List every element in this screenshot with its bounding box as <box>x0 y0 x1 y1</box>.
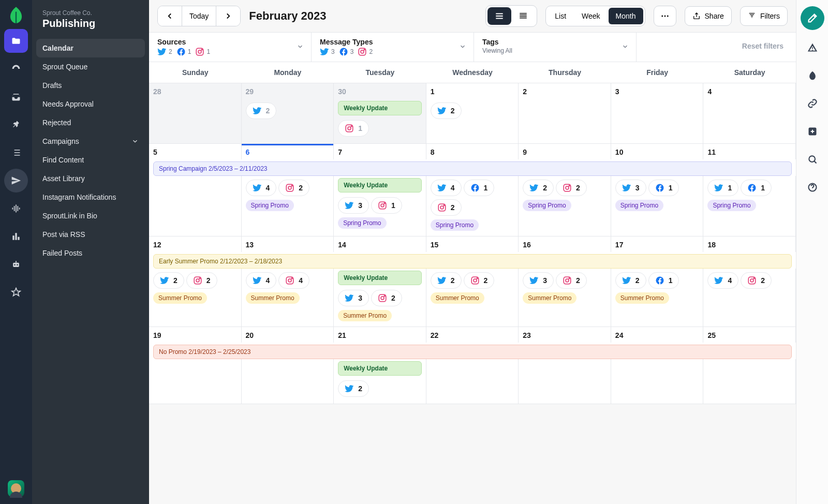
calendar-cell-body[interactable] <box>703 359 796 404</box>
post-count-pill[interactable]: 2 <box>556 272 587 289</box>
user-avatar[interactable] <box>8 480 24 497</box>
calendar-cell[interactable]: 2 <box>519 83 611 99</box>
calendar-cell[interactable]: 29 <box>242 83 334 99</box>
post-count-pill[interactable]: 2 <box>371 290 402 306</box>
calendar-cell-body[interactable]: Weekly Update32Summer Promo <box>334 269 426 327</box>
post-count-pill[interactable]: 4 <box>431 180 462 196</box>
rail-dashboard-icon[interactable] <box>4 57 28 81</box>
add-icon[interactable] <box>802 121 823 142</box>
calendar-cell[interactable]: 5 <box>149 144 242 159</box>
compose-button[interactable] <box>801 6 824 30</box>
today-button[interactable]: Today <box>182 6 216 26</box>
calendar-cell-body[interactable] <box>149 176 242 236</box>
calendar-cell[interactable]: 19 <box>149 327 242 343</box>
calendar-cell[interactable]: 15 <box>426 236 519 252</box>
reset-filters-button[interactable]: Reset filters <box>730 33 796 62</box>
promo-tag[interactable]: Spring Promo <box>523 200 571 211</box>
calendar-cell[interactable]: 6 <box>242 144 334 159</box>
calendar-cell[interactable]: 16 <box>519 236 611 252</box>
filter-tags[interactable]: Tags Viewing All <box>474 33 637 62</box>
sidebar-item-post-via-rss[interactable]: Post via RSS <box>36 225 145 244</box>
weekly-update-chip[interactable]: Weekly Update <box>338 271 422 285</box>
calendar-cell[interactable]: 25 <box>703 327 796 343</box>
calendar-cell-body[interactable] <box>703 99 796 144</box>
view-week-button[interactable]: Week <box>574 8 608 24</box>
calendar-cell-body[interactable] <box>426 359 519 404</box>
leaf-icon[interactable] <box>802 65 823 86</box>
calendar-cell[interactable]: 14 <box>334 236 426 252</box>
calendar-cell-body[interactable]: 22Spring Promo <box>519 176 611 236</box>
rail-bot-icon[interactable] <box>4 253 28 276</box>
calendar-cell[interactable]: 10 <box>611 144 704 159</box>
promo-tag[interactable]: Summer Promo <box>338 310 392 321</box>
post-count-pill[interactable]: 1 <box>464 180 495 196</box>
post-count-pill[interactable]: 2 <box>556 180 587 196</box>
sidebar-item-calendar[interactable]: Calendar <box>36 39 145 57</box>
calendar-cell[interactable]: 11 <box>703 144 796 159</box>
calendar-cell[interactable]: 20 <box>242 327 334 343</box>
sidebar-item-drafts[interactable]: Drafts <box>36 76 145 95</box>
promo-tag[interactable]: Spring Promo <box>615 200 663 211</box>
sidebar-item-asset-library[interactable]: Asset Library <box>36 169 145 188</box>
promo-tag[interactable]: Spring Promo <box>338 217 386 229</box>
calendar-cell-body[interactable]: 11Spring Promo <box>703 176 796 236</box>
post-count-pill[interactable]: 2 <box>464 272 495 289</box>
promo-tag[interactable]: Summer Promo <box>246 292 300 304</box>
weekly-update-chip[interactable]: Weekly Update <box>338 178 422 192</box>
rail-inbox-icon[interactable] <box>4 85 28 109</box>
view-month-button[interactable]: Month <box>609 8 643 24</box>
calendar-cell[interactable]: 22 <box>426 327 519 343</box>
post-count-pill[interactable]: 2 <box>431 199 462 216</box>
calendar-cell-body[interactable]: Weekly Update31Spring Promo <box>334 176 426 236</box>
sidebar-item-campaigns[interactable]: Campaigns <box>36 132 145 151</box>
rail-pin-icon[interactable] <box>4 113 28 137</box>
rail-listening-icon[interactable] <box>4 197 28 220</box>
post-count-pill[interactable]: 4 <box>278 272 309 289</box>
calendar-cell-body[interactable]: 42 <box>703 269 796 327</box>
density-compact-button[interactable] <box>511 7 535 25</box>
filter-sources[interactable]: Sources 211 <box>149 33 312 62</box>
calendar-cell-body[interactable]: Weekly Update1 <box>334 99 426 144</box>
calendar-cell[interactable]: 13 <box>242 236 334 252</box>
calendar-cell-body[interactable] <box>519 359 611 404</box>
sidebar-item-sprout-queue[interactable]: Sprout Queue <box>36 57 145 76</box>
weekly-update-chip[interactable]: Weekly Update <box>338 361 422 376</box>
calendar-cell-body[interactable] <box>242 359 334 404</box>
post-count-pill[interactable]: 2 <box>278 180 309 196</box>
post-count-pill[interactable]: 2 <box>431 272 462 289</box>
campaign-banner[interactable]: Early Summer Promo 2/12/2023 – 2/18/2023 <box>153 254 792 269</box>
post-count-pill[interactable]: 3 <box>338 290 369 306</box>
calendar-cell[interactable]: 18 <box>703 236 796 252</box>
post-count-pill[interactable]: 1 <box>648 180 679 196</box>
calendar-cell[interactable]: 8 <box>426 144 519 159</box>
post-count-pill[interactable]: 2 <box>741 272 772 289</box>
post-count-pill[interactable]: 3 <box>523 272 554 289</box>
post-count-pill[interactable]: 4 <box>707 272 738 289</box>
calendar-cell[interactable]: 12 <box>149 236 242 252</box>
calendar-cell-body[interactable]: 2 <box>242 99 334 144</box>
calendar-cell-body[interactable] <box>611 359 704 404</box>
filters-button[interactable]: Filters <box>740 6 788 26</box>
prev-button[interactable] <box>158 6 182 26</box>
filter-message-types[interactable]: Message Types 332 <box>312 33 474 62</box>
sidebar-item-sproutlink-in-bio[interactable]: SproutLink in Bio <box>36 206 145 225</box>
calendar-cell-body[interactable] <box>611 99 704 144</box>
post-count-pill[interactable]: 2 <box>186 272 217 289</box>
sidebar-item-instagram-notifications[interactable]: Instagram Notifications <box>36 188 145 206</box>
post-count-pill[interactable]: 1 <box>338 120 369 137</box>
calendar-cell[interactable]: 23 <box>519 327 611 343</box>
calendar-cell-body[interactable] <box>149 359 242 404</box>
calendar-cell[interactable]: 9 <box>519 144 611 159</box>
calendar-cell-body[interactable] <box>519 99 611 144</box>
calendar-cell-body[interactable]: 31Spring Promo <box>611 176 704 236</box>
calendar-cell-body[interactable]: 42Spring Promo <box>242 176 334 236</box>
calendar-cell-body[interactable] <box>149 99 242 144</box>
rail-publishing-icon[interactable] <box>4 169 28 192</box>
sidebar-item-find-content[interactable]: Find Content <box>36 151 145 169</box>
post-count-pill[interactable]: 1 <box>371 197 402 214</box>
post-count-pill[interactable]: 1 <box>707 180 738 196</box>
calendar-cell-body[interactable]: 44Summer Promo <box>242 269 334 327</box>
calendar-cell-body[interactable]: 412Spring Promo <box>426 176 519 236</box>
calendar-cell-body[interactable]: 32Summer Promo <box>519 269 611 327</box>
post-count-pill[interactable]: 2 <box>338 380 369 397</box>
